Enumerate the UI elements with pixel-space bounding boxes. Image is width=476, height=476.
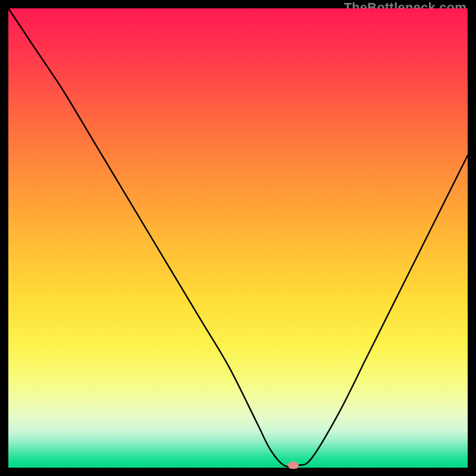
chart-container: TheBottleneck.com xyxy=(0,0,476,476)
bottleneck-curve xyxy=(8,8,468,468)
optimal-marker xyxy=(288,462,299,469)
